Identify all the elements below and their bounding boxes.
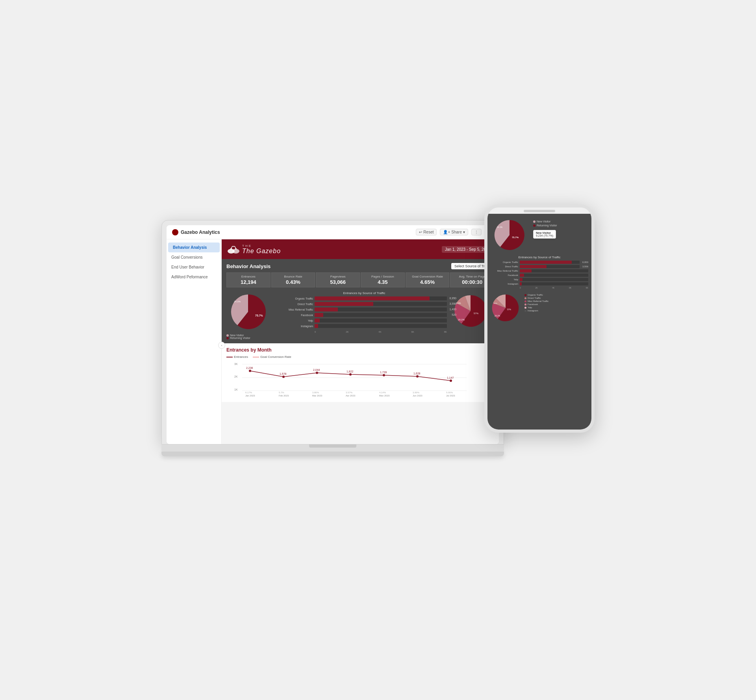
legend-goal-conversion: Goal Conversion Rate <box>253 355 291 359</box>
kpi-pages-session: Pages / Session 4.35 <box>361 272 405 287</box>
svg-text:Feb 2023: Feb 2023 <box>279 394 289 396</box>
dashboard-title-row: Behavior Analysis Select Source of Traff… <box>226 263 494 269</box>
phone-bar-instagram: Instagram <box>491 282 588 285</box>
phone-dashboard-body: 75.7% 24.3% New Visitor Returning Visito… <box>487 214 591 430</box>
new-visitor-dot <box>226 334 229 337</box>
gazebo-logo: THE The Gazebo <box>227 243 281 255</box>
returning-visitor-dot <box>226 337 229 339</box>
monthly-chart-title: Entrances by Month <box>226 347 494 353</box>
phone-tooltip: New Visitor 9,234 (75.7%) <box>533 230 557 239</box>
svg-text:Jan 2023: Jan 2023 <box>245 394 255 396</box>
svg-text:75.7%: 75.7% <box>255 314 263 317</box>
svg-text:29.2%: 29.2% <box>458 319 465 321</box>
phone-bar-direct: Direct Traffic 3,556 <box>491 265 588 268</box>
bar-chart-inner: Organic Traffic 6,950 Direct Traffic <box>282 296 447 333</box>
svg-text:Mar 2023: Mar 2023 <box>312 394 322 396</box>
phone-screen: 75.7% 24.3% New Visitor Returning Visito… <box>487 214 591 430</box>
svg-text:3.57%: 3.57% <box>346 391 353 394</box>
phone-bar-yelp: Yelp <box>491 278 588 281</box>
swan-icon <box>227 243 240 255</box>
scene: Gazebo Analytics ↩ Reset 👤+ Share ▾ ⋮ <box>161 196 595 504</box>
kpi-pageviews: Pageviews 53,066 <box>316 272 360 287</box>
svg-text:3.99%: 3.99% <box>413 391 420 394</box>
svg-point-21 <box>383 374 385 376</box>
svg-point-20 <box>349 373 352 376</box>
more-options-button[interactable]: ⋮ <box>471 229 482 235</box>
svg-text:Jul 2023: Jul 2023 <box>446 394 455 396</box>
legend-returning-visitor: Returning Visitor <box>226 337 278 339</box>
sidebar-item-goal-conversions[interactable]: Goal Conversions <box>167 252 221 262</box>
svg-text:Apr 2023: Apr 2023 <box>346 394 356 396</box>
app-logo-icon <box>172 229 178 235</box>
dashboard-title: Behavior Analysis <box>226 263 271 269</box>
laptop-screen: Gazebo Analytics ↩ Reset 👤+ Share ▾ ⋮ <box>167 225 499 444</box>
visitor-pie-chart: 75.7% 24.3% New Visitor <box>226 291 278 339</box>
svg-text:May 2023: May 2023 <box>379 394 390 396</box>
svg-text:8.6%: 8.6% <box>456 302 461 304</box>
svg-text:24.3%: 24.3% <box>234 300 241 303</box>
dashboard-content: THE The Gazebo Jan 1, 2023 - Sep 5, 2023… <box>222 239 499 444</box>
phone-bar-inner: Organic Traffic 6,950 Direct Traffic 3 <box>491 261 588 289</box>
svg-text:4.14%: 4.14% <box>379 391 386 394</box>
laptop-body: Gazebo Analytics ↩ Reset 👤+ Share ▾ ⋮ <box>161 220 504 444</box>
phone-source-pie: 57% 29.2% 8.6% <box>491 292 522 324</box>
svg-point-5 <box>235 248 237 250</box>
phone-visitor-section: 75.7% 24.3% New Visitor Returning Visito… <box>491 217 588 252</box>
monthly-chart-section: Entrances by Month Entrances Goal Conver… <box>222 343 499 402</box>
reset-icon: ↩ <box>419 230 422 234</box>
bar-row-yelp: Yelp <box>282 319 447 322</box>
svg-text:2K: 2K <box>234 375 238 378</box>
svg-text:1,147: 1,147 <box>447 376 454 379</box>
tooltip-box: New Visitor 9,234 (75.7%) <box>533 230 556 239</box>
svg-text:6.17%: 6.17% <box>245 391 252 394</box>
svg-text:57%: 57% <box>474 312 479 315</box>
svg-text:3.86%: 3.86% <box>312 391 319 394</box>
bar-row-misc: Misc Referral Traffic 1,400 <box>282 307 447 311</box>
svg-text:29.2%: 29.2% <box>495 315 500 317</box>
app-header: Gazebo Analytics ↩ Reset 👤+ Share ▾ ⋮ <box>167 225 499 239</box>
svg-text:1,739: 1,739 <box>380 371 387 374</box>
kpi-row: Entrances 12,194 Bounce Rate 0.43% Pagev… <box>226 272 494 287</box>
phone-visitor-legend: New Visitor Returning Visitor New Visito… <box>533 217 557 239</box>
phone-bar-misc: Misc Referral Traffic <box>491 269 588 272</box>
bar-axis: 02K4K6K8K <box>282 331 447 333</box>
sidebar-item-behavior-analysis[interactable]: Behavior Analysis <box>168 243 220 252</box>
svg-point-19 <box>316 372 318 374</box>
phone-notch <box>524 210 555 212</box>
goal-line-color <box>253 357 259 357</box>
svg-text:5.06%: 5.06% <box>446 391 453 394</box>
app-header-right: ↩ Reset 👤+ Share ▾ ⋮ <box>416 228 493 237</box>
entrances-line-color <box>226 357 233 357</box>
line-chart-svg: 3K 2K 1K <box>226 361 471 396</box>
sidebar: Behavior Analysis Goal Conversions End U… <box>167 239 222 444</box>
svg-point-23 <box>450 380 452 382</box>
share-icon: 👤+ <box>443 230 450 234</box>
svg-text:2,236: 2,236 <box>246 367 253 369</box>
sidebar-item-adword-performance[interactable]: AdWord Peformance <box>167 272 221 282</box>
svg-text:2,044: 2,044 <box>313 369 320 371</box>
laptop-base <box>161 444 504 452</box>
share-button[interactable]: 👤+ Share ▾ <box>440 229 468 235</box>
phone-bar-chart-section: Entrances by Source of Traffic Organic T… <box>491 256 588 289</box>
svg-text:Jun 2023: Jun 2023 <box>413 394 422 396</box>
phone-legend-new: New Visitor <box>533 220 557 223</box>
legend-new-visitor: New Visitor <box>226 334 278 337</box>
phone-bar-organic: Organic Traffic 6,950 <box>491 261 588 264</box>
svg-point-22 <box>416 375 419 378</box>
laptop-foot <box>161 452 504 456</box>
reset-button[interactable]: ↩ Reset <box>416 229 437 235</box>
app-main: Behavior Analysis Goal Conversions End U… <box>167 239 499 444</box>
bar-row-organic: Organic Traffic 6,950 <box>282 296 447 300</box>
phone-bar-facebook: Facebook <box>491 274 588 277</box>
charts-row: 75.7% 24.3% New Visitor <box>226 291 494 339</box>
dashboard-header: THE The Gazebo Jan 1, 2023 - Sep 5, 2023 <box>222 239 499 259</box>
svg-text:24.3%: 24.3% <box>497 226 503 228</box>
kpi-bounce-rate: Bounce Rate 0.43% <box>271 272 315 287</box>
sidebar-item-end-user-behavior[interactable]: End User Behavior <box>167 262 221 272</box>
bar-row-direct: Direct Traffic 3,556 <box>282 302 447 306</box>
phone-bar-axis: 02K4K6K8K <box>491 287 588 289</box>
svg-text:1K: 1K <box>234 388 238 391</box>
phone-visitor-pie: 75.7% 24.3% <box>491 217 530 252</box>
sidebar-collapse-button[interactable]: ‹ <box>218 342 225 349</box>
phone-source-legend: Organic Traffic Direct Traffic Misc Refe… <box>524 292 548 312</box>
